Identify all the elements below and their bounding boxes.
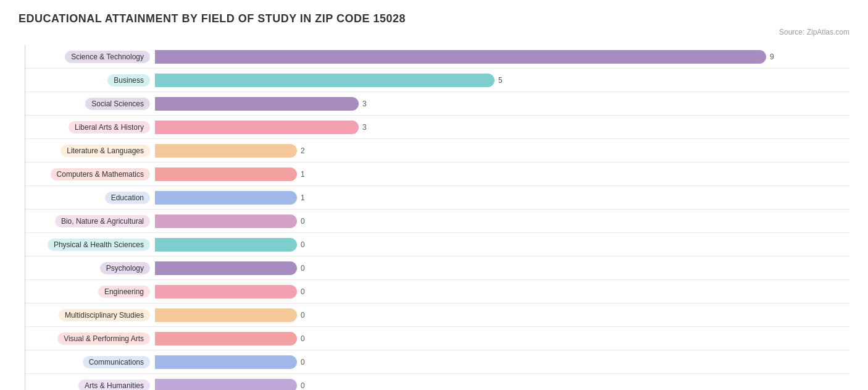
bar: [155, 214, 297, 228]
bar-container: 9: [155, 48, 849, 66]
bar: [155, 191, 297, 205]
bar-container: 0: [155, 377, 849, 391]
bar-row: Communications0: [25, 350, 849, 374]
bar-label: Liberal Arts & History: [25, 121, 155, 134]
bar: [155, 238, 297, 252]
bar-label: Multidisciplinary Studies: [25, 309, 155, 321]
bar-label: Psychology: [25, 262, 155, 274]
bar: [155, 308, 297, 322]
bar-label: Education: [25, 192, 155, 204]
bar-container: 2: [155, 142, 849, 159]
bar-label: Literature & Languages: [25, 145, 155, 157]
bar-label: Visual & Performing Arts: [25, 333, 155, 345]
bar-label: Business: [25, 74, 155, 87]
bar: [155, 379, 297, 391]
bar-label: Bio, Nature & Agricultural: [25, 215, 155, 227]
bar-label-pill: Computers & Mathematics: [51, 168, 150, 180]
bar: [155, 285, 297, 299]
bar-label: Computers & Mathematics: [25, 168, 155, 180]
bar-row: Computers & Mathematics1: [25, 163, 849, 186]
bar-label-pill: Education: [105, 192, 150, 204]
bar-container: 0: [155, 213, 849, 230]
bar-value: 0: [301, 381, 305, 390]
bar: [155, 332, 297, 345]
chart-title: EDUCATIONAL ATTAINMENT BY FIELD OF STUDY…: [19, 12, 849, 25]
bar: [155, 144, 297, 158]
bar-container: 0: [155, 330, 849, 347]
bar: [155, 50, 766, 64]
bar-value: 3: [362, 100, 367, 108]
bar-value: 0: [301, 358, 305, 367]
bar: [155, 97, 359, 111]
bar-container: 0: [155, 236, 849, 253]
bar-label-pill: Business: [107, 74, 150, 87]
bar-value: 0: [301, 264, 305, 273]
bar-label-pill: Bio, Nature & Agricultural: [55, 215, 150, 227]
bar: [155, 74, 495, 87]
bar-value: 5: [498, 76, 503, 85]
bar-value: 0: [301, 311, 305, 320]
bar-label: Arts & Humanities: [25, 379, 155, 391]
bar-label: Science & Technology: [25, 51, 155, 63]
bar-row: Physical & Health Sciences0: [25, 233, 849, 256]
bar: [155, 121, 359, 134]
bar-row: Arts & Humanities0: [25, 374, 849, 390]
bar-label-pill: Science & Technology: [65, 51, 150, 63]
bar-row: Bio, Nature & Agricultural0: [25, 210, 849, 233]
bar-row: Engineering0: [25, 280, 849, 303]
chart-area: Science & Technology9Business5Social Sci…: [25, 45, 849, 390]
bar-container: 0: [155, 354, 849, 371]
bar-label-pill: Arts & Humanities: [78, 379, 150, 391]
bar-label-pill: Engineering: [98, 286, 150, 298]
bar-label-pill: Literature & Languages: [61, 145, 150, 157]
bar-container: 5: [155, 72, 849, 89]
bar-label: Communications: [25, 356, 155, 368]
bar-value: 1: [301, 170, 305, 179]
chart-container: EDUCATIONAL ATTAINMENT BY FIELD OF STUDY…: [19, 12, 849, 390]
chart-wrapper: Science & Technology9Business5Social Sci…: [19, 45, 849, 390]
bar-value: 9: [770, 53, 774, 61]
bar-container: 1: [155, 189, 849, 206]
bar-label-pill: Communications: [83, 356, 150, 368]
bar-value: 0: [301, 287, 305, 296]
bar-container: 3: [155, 95, 849, 112]
bar-container: 0: [155, 307, 849, 324]
bar-row: Education1: [25, 186, 849, 210]
bar-container: 3: [155, 119, 849, 136]
bar-container: 1: [155, 166, 849, 183]
bar-value: 0: [301, 334, 305, 343]
bar-label: Social Sciences: [25, 98, 155, 110]
bar: [155, 355, 297, 369]
bar-container: 0: [155, 283, 849, 300]
bar-value: 1: [301, 193, 305, 202]
bar-row: Psychology0: [25, 256, 849, 280]
bar-label: Engineering: [25, 286, 155, 298]
bar-label-pill: Multidisciplinary Studies: [59, 309, 150, 321]
bar-label-pill: Psychology: [100, 262, 150, 274]
bar-row: Social Sciences3: [25, 92, 849, 116]
bar-row: Multidisciplinary Studies0: [25, 303, 849, 327]
bar: [155, 167, 297, 181]
bar-value: 0: [301, 240, 305, 249]
bar: [155, 261, 297, 275]
bar-row: Visual & Performing Arts0: [25, 327, 849, 350]
source-line: Source: ZipAtlas.com: [19, 28, 849, 36]
bar-value: 2: [301, 146, 305, 155]
bar-label-pill: Social Sciences: [85, 98, 150, 110]
bar-row: Liberal Arts & History3: [25, 116, 849, 139]
bar-value: 3: [362, 123, 367, 132]
bar-row: Science & Technology9: [25, 45, 849, 69]
bar-label-pill: Physical & Health Sciences: [48, 239, 150, 251]
bar-label-pill: Visual & Performing Arts: [57, 333, 150, 345]
bar-row: Literature & Languages2: [25, 139, 849, 163]
bar-value: 0: [301, 217, 305, 226]
bar-row: Business5: [25, 69, 849, 92]
bar-label-pill: Liberal Arts & History: [69, 121, 150, 134]
bar-container: 0: [155, 260, 849, 277]
bar-label: Physical & Health Sciences: [25, 239, 155, 251]
